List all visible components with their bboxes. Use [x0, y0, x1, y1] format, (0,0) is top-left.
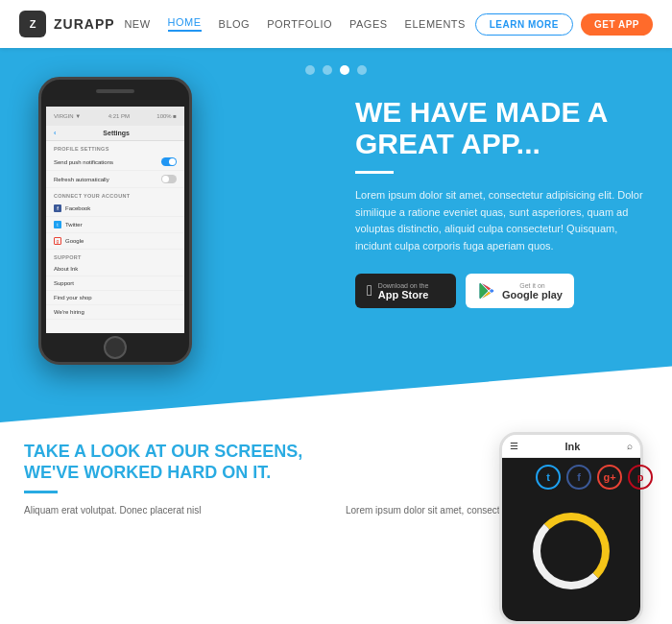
apple-icon:  [367, 282, 372, 300]
bottom-title-line2: WE'VE WORKED HARD ON IT. [24, 463, 271, 482]
learn-more-button[interactable]: LEARN MORE [475, 13, 573, 36]
google-play-icon [477, 281, 496, 300]
google-social-button[interactable]: g+ [597, 465, 622, 490]
nav-buttons: LEARN MORE GET APP [475, 13, 653, 36]
navbar: Z ZURAPP NEW HOME BLOG PORTFOLIO PAGES E… [0, 0, 672, 48]
twitter-label: Twitter [65, 222, 83, 228]
phone-screen: VIRGIN ▼ 4:21 PM 100% ■ ‹ Settings PROFI… [46, 107, 184, 333]
facebook-social-button[interactable]: f [566, 465, 591, 490]
phone-speaker [96, 89, 134, 93]
support-row: Support [46, 276, 184, 291]
refresh-row: Refresh automatically [46, 171, 184, 188]
phone-battery: 100% ■ [156, 113, 177, 119]
hero-title-line1: WE HAVE MADE A [355, 96, 608, 128]
dot-4[interactable] [357, 65, 367, 75]
hiring-row: We're hiring [46, 305, 184, 320]
section-profile: PROFILE SETTINGS [46, 141, 184, 154]
hero-title-line2: GREAT APP... [355, 128, 540, 159]
bottom-col-1: Aliquam erat volutpat. Donec placerat ni… [24, 503, 326, 517]
logo-text: ZURAPP [54, 16, 115, 32]
phone-device: VIRGIN ▼ 4:21 PM 100% ■ ‹ Settings PROFI… [38, 77, 192, 365]
phone2-header: ☰ Ink ⌕ [502, 435, 640, 458]
twitter-icon-label: t [546, 471, 550, 483]
slider-dots [305, 65, 367, 75]
hiring-label: We're hiring [54, 309, 84, 315]
google-label: Google [65, 238, 84, 244]
settings-title: Settings [103, 130, 130, 136]
twitter-icon: t [54, 221, 61, 228]
push-notif-label: Send push notifications [54, 159, 113, 165]
facebook-icon: f [54, 204, 61, 212]
nav-new[interactable]: NEW [124, 18, 150, 30]
app-store-main-text: App Store [378, 289, 429, 300]
google-play-text: Get it on Google play [502, 282, 563, 300]
toggle-on-1[interactable] [161, 157, 177, 166]
dot-3[interactable] [340, 65, 349, 75]
google-icon: g [54, 237, 61, 245]
nav-pages[interactable]: PAGES [349, 18, 388, 30]
app-store-top-text: Download on the [378, 282, 429, 289]
get-app-button[interactable]: GET APP [581, 13, 653, 36]
facebook-icon-label: f [577, 471, 581, 483]
social-bar: t f g+ p [536, 465, 653, 490]
phone2-logo: Ink [565, 441, 581, 452]
findshop-label: Find your shop [54, 295, 92, 300]
nav-home[interactable]: HOME [168, 16, 202, 32]
phone-mockup: VIRGIN ▼ 4:21 PM 100% ■ ‹ Settings PROFI… [38, 77, 202, 365]
pinterest-social-button[interactable]: p [628, 465, 653, 490]
menu-icon: ☰ [510, 441, 518, 451]
hero-divider [355, 171, 394, 174]
bottom-divider [24, 491, 58, 493]
hero-text-block: WE HAVE MADE A GREAT APP... Lorem ipsum … [355, 96, 643, 308]
section-support: SUPPORT [46, 250, 184, 262]
phone-settings-header: ‹ Settings [46, 126, 184, 141]
nav-portfolio[interactable]: PORTFOLIO [267, 18, 332, 30]
store-buttons:  Download on the App Store Ge [355, 274, 643, 308]
facebook-label: Facebook [65, 205, 90, 211]
toggle-off-1[interactable] [161, 175, 177, 183]
phone2-search-icon: ⌕ [627, 441, 633, 451]
bottom-title-line1: TAKE A LOOK AT OUR SCREENS, [24, 442, 302, 461]
about-row: About Ink [46, 262, 184, 276]
phone-time: 4:21 PM [108, 113, 130, 119]
findshop-row: Find your shop [46, 291, 184, 305]
logo-letter: Z [30, 18, 36, 30]
section-connect: CONNECT YOUR ACCOUNT [46, 188, 184, 201]
nav-links: NEW HOME BLOG PORTFOLIO PAGES ELEMENTS [124, 16, 466, 32]
phone-topbar: VIRGIN ▼ 4:21 PM 100% ■ [46, 107, 184, 126]
logo: Z ZURAPP [19, 11, 115, 37]
facebook-row: f Facebook [46, 201, 184, 217]
nav-elements[interactable]: ELEMENTS [405, 18, 466, 30]
google-row: g Google [46, 233, 184, 250]
pinterest-icon-label: p [637, 471, 644, 483]
dot-2[interactable] [323, 65, 332, 75]
push-notif-row: Send push notifications [46, 154, 184, 171]
app-store-text: Download on the App Store [378, 282, 429, 300]
about-label: About Ink [54, 266, 78, 272]
phone2-device: ☰ Ink ⌕ [499, 432, 643, 624]
home-button[interactable] [104, 336, 127, 359]
twitter-social-button[interactable]: t [536, 465, 561, 490]
google-play-main-text: Google play [502, 289, 563, 300]
hero-description: Lorem ipsum dolor sit amet, consectetur … [355, 187, 643, 254]
google-play-top-text: Get it on [502, 282, 563, 289]
circle-chart [533, 513, 610, 589]
hero-title: WE HAVE MADE A GREAT APP... [355, 96, 643, 159]
back-arrow: ‹ [54, 130, 56, 136]
nav-blog[interactable]: BLOG [219, 18, 251, 30]
google-play-button[interactable]: Get it on Google play [466, 274, 574, 308]
dot-1[interactable] [305, 65, 315, 75]
google-icon-label: g+ [603, 471, 615, 483]
twitter-row: t Twitter [46, 217, 184, 233]
logo-box: Z [19, 11, 46, 37]
hero-section: VIRGIN ▼ 4:21 PM 100% ■ ‹ Settings PROFI… [0, 48, 672, 422]
refresh-label: Refresh automatically [54, 177, 109, 182]
support-label: Support [54, 280, 74, 286]
bottom-section: TAKE A LOOK AT OUR SCREENS, WE'VE WORKED… [0, 422, 672, 624]
phone2-mockup: ☰ Ink ⌕ [499, 432, 653, 624]
phone-carrier: VIRGIN ▼ [54, 113, 81, 119]
app-store-button[interactable]:  Download on the App Store [355, 274, 456, 308]
